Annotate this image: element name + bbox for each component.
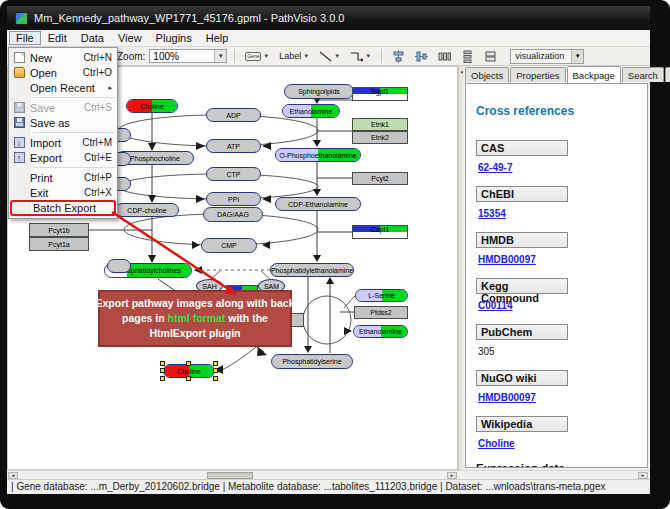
xref-link[interactable]: C00114 bbox=[478, 300, 647, 311]
distribute-horizontal-button[interactable] bbox=[435, 49, 454, 64]
xref-section-kegg-compound: Kegg CompoundC00114 bbox=[476, 278, 647, 311]
file-menu-item-exit[interactable]: ExitCtrl+X bbox=[9, 185, 117, 200]
pathway-node-choline-top[interactable]: Choline bbox=[126, 99, 178, 113]
selection-handle[interactable] bbox=[160, 368, 165, 373]
pathway-node-ptdss2[interactable]: Ptdss2 bbox=[354, 306, 408, 319]
file-menu-item-new[interactable]: NewCtrl+N bbox=[9, 50, 117, 65]
selection-handle[interactable] bbox=[160, 376, 165, 381]
node-label: Pcyt2 bbox=[353, 173, 407, 184]
pathway-node-pcyt1b[interactable]: Pcyt1b bbox=[29, 223, 89, 237]
selection-handle[interactable] bbox=[160, 361, 165, 366]
file-menu-item-print[interactable]: PrintCtrl+P bbox=[9, 170, 117, 185]
menu-file[interactable]: File bbox=[9, 31, 41, 45]
file-menu-item-save-as[interactable]: Save as bbox=[9, 115, 117, 130]
annotation-line3: HtmlExport plugin bbox=[150, 326, 241, 341]
selection-handle[interactable] bbox=[186, 376, 191, 381]
chevron-down-icon: ▼ bbox=[365, 53, 371, 59]
annotation-line2: pages in html format with the bbox=[122, 311, 268, 326]
zoom-value: 100% bbox=[150, 51, 214, 62]
pathway-node-pcyt2[interactable]: Pcyt2 bbox=[352, 172, 408, 185]
file-menu-item-open-recent[interactable]: Open Recent▸ bbox=[9, 80, 117, 95]
pathway-node-adp[interactable]: ADP bbox=[206, 108, 261, 122]
pathway-node-ethanolamine-bottom[interactable]: Ethanolamine bbox=[353, 325, 408, 338]
pathway-node-sphingolipids[interactable]: Sphingolipids bbox=[284, 84, 354, 99]
align-center-x-button[interactable] bbox=[389, 49, 408, 64]
pathway-node-cdp-ethanolamine[interactable]: CDP-Ethanolamine bbox=[275, 197, 361, 211]
xref-link[interactable]: 15354 bbox=[478, 208, 647, 219]
xref-link[interactable]: HMDB00097 bbox=[478, 392, 647, 403]
horizontal-scrollbar[interactable]: ◄ ► ► bbox=[7, 470, 650, 479]
xref-section-wikipedia: WikipediaCholine bbox=[476, 416, 647, 449]
pathway-node-atp[interactable]: ATP bbox=[206, 139, 261, 153]
stack-button[interactable] bbox=[481, 49, 500, 64]
file-menu-item-export[interactable]: ExportCtrl+E bbox=[9, 150, 117, 165]
pathway-node-l-serine[interactable]: L-Serine bbox=[355, 289, 408, 302]
tab-legend[interactable]: Legend bbox=[665, 67, 670, 82]
cross-references-heading: Cross references bbox=[476, 104, 647, 118]
export-icon bbox=[12, 152, 26, 163]
pathway-node-cdp-choline[interactable]: CDP-choline bbox=[115, 203, 179, 217]
pathway-node-etnk1[interactable]: Etnk1 bbox=[352, 118, 408, 131]
xref-link[interactable]: Choline bbox=[478, 438, 647, 449]
distribute-vertical-button[interactable] bbox=[458, 49, 477, 64]
menu-item-label: Import bbox=[30, 137, 82, 149]
menu-help[interactable]: Help bbox=[199, 31, 236, 45]
selection-handle[interactable] bbox=[213, 368, 218, 373]
title-bar[interactable]: Mm_Kennedy_pathway_WP1771_45176.gpml - P… bbox=[7, 6, 650, 30]
tab-search[interactable]: Search bbox=[622, 67, 664, 82]
visualization-combobox[interactable]: visualization ▼ bbox=[510, 49, 584, 64]
visualization-dropdown-icon[interactable]: ▼ bbox=[571, 50, 583, 63]
gene-node-icon: Gene bbox=[245, 52, 261, 61]
menu-data[interactable]: Data bbox=[74, 31, 111, 45]
scrollbar-thumb[interactable] bbox=[207, 472, 253, 479]
line-tool-button[interactable]: ▼ bbox=[316, 49, 343, 64]
pathway-node-cept1[interactable]: Cept1 bbox=[352, 225, 408, 239]
label-tool-text: Label bbox=[279, 51, 301, 61]
file-menu-item-import[interactable]: ImportCtrl+M bbox=[9, 135, 117, 150]
menu-view[interactable]: View bbox=[111, 31, 149, 45]
align-center-y-button[interactable] bbox=[412, 49, 431, 64]
datanode-tool-button[interactable]: Gene ▼ bbox=[242, 49, 272, 64]
pathway-node-o-phosphoethanolamine[interactable]: O-Phosphoethanolamine bbox=[275, 148, 361, 162]
selection-handle[interactable] bbox=[213, 361, 218, 366]
new-file-icon bbox=[14, 52, 25, 63]
scroll-right-icon[interactable]: ► bbox=[638, 472, 648, 479]
pathway-node-ctp[interactable]: CTP bbox=[206, 167, 261, 181]
pathway-node-ppi[interactable]: PPi bbox=[206, 192, 261, 206]
tab-properties[interactable]: Properties bbox=[510, 67, 565, 82]
toolbar-separator bbox=[381, 49, 382, 63]
selection-handle[interactable] bbox=[213, 376, 218, 381]
label-tool-button[interactable]: Label ▼ bbox=[276, 49, 312, 64]
pathway-node-cmp[interactable]: CMP bbox=[201, 238, 257, 253]
pathway-node-ethanolamine-top[interactable]: Ethanolamine bbox=[282, 104, 340, 118]
pathway-node-dag-aag[interactable]: DAG/AAG bbox=[203, 207, 263, 222]
side-panel: ObjectsPropertiesBackpageSearchLegend Cr… bbox=[463, 66, 650, 470]
file-menu-item-save[interactable]: SaveCtrl+S bbox=[9, 100, 117, 115]
backpage-panel[interactable]: Cross references CAS62-49-7ChEBI15354HMD… bbox=[465, 83, 648, 468]
connector-tool-button[interactable]: ▼ bbox=[347, 49, 374, 64]
tab-objects[interactable]: Objects bbox=[465, 67, 509, 82]
selection-handle[interactable] bbox=[186, 361, 191, 366]
zoom-dropdown-icon[interactable]: ▼ bbox=[214, 50, 226, 62]
pathway-node-etnk2[interactable]: Etnk2 bbox=[352, 131, 408, 144]
pathvisio-logo-icon bbox=[15, 12, 28, 25]
pathway-node-stub-4[interactable] bbox=[107, 259, 131, 273]
file-menu-item-open[interactable]: OpenCtrl+O bbox=[9, 65, 117, 80]
pathway-node-phosphatidylethanolamine[interactable]: Phosphatidylethanolamine bbox=[270, 263, 354, 277]
menu-plugins[interactable]: Plugins bbox=[149, 31, 199, 45]
window-title: Mm_Kennedy_pathway_WP1771_45176.gpml - P… bbox=[34, 12, 344, 24]
scroll-left-icon[interactable]: ◄ bbox=[8, 472, 18, 479]
menu-separator bbox=[33, 97, 115, 98]
pathway-node-phosphatidylserine[interactable]: Phosphatidylserine bbox=[271, 354, 353, 369]
scroll-right-icon[interactable]: ► bbox=[447, 472, 457, 479]
pathway-node-sgpl1[interactable]: Sgpl1 bbox=[352, 87, 408, 101]
file-menu-item-batch-export[interactable]: Batch Export bbox=[10, 200, 116, 216]
distribute-vertical-icon bbox=[461, 50, 474, 63]
pathway-node-pcyt1a[interactable]: Pcyt1a bbox=[29, 237, 89, 251]
zoom-combobox[interactable]: 100% ▼ bbox=[149, 49, 227, 63]
xref-link[interactable]: HMDB00097 bbox=[478, 254, 647, 265]
menu-edit[interactable]: Edit bbox=[41, 31, 74, 45]
menu-item-label: Export bbox=[30, 152, 84, 164]
tab-backpage[interactable]: Backpage bbox=[567, 66, 621, 83]
xref-link[interactable]: 62-49-7 bbox=[478, 162, 647, 173]
